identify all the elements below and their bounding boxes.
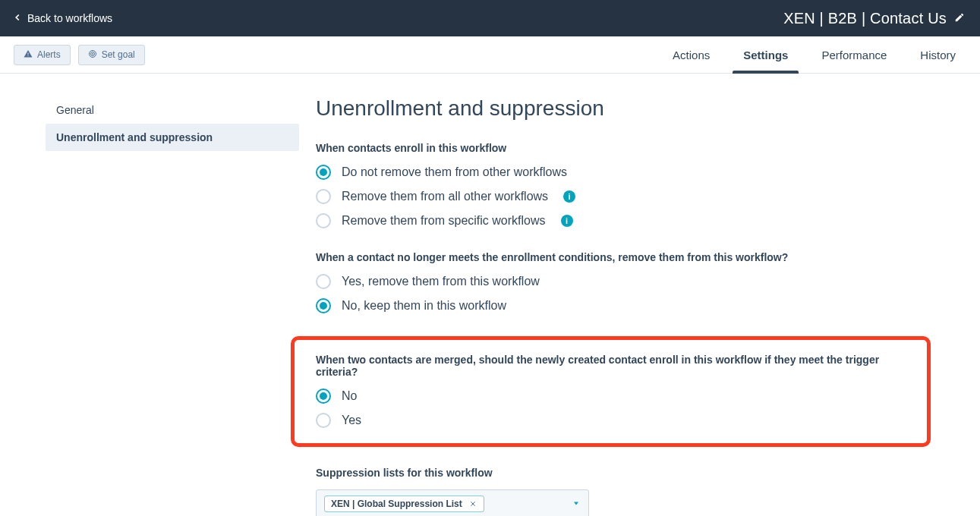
edit-icon[interactable] [954,12,965,25]
title-wrap: XEN | B2B | Contact Us [783,10,965,27]
q1-label: When contacts enroll in this workflow [316,142,923,154]
alerts-button[interactable]: Alerts [14,45,71,65]
q3-opt2[interactable]: Yes [316,413,906,428]
set-goal-label: Set goal [102,49,135,60]
radio-icon [316,298,331,313]
set-goal-button[interactable]: Set goal [78,45,145,65]
info-icon[interactable]: i [561,215,573,227]
alerts-label: Alerts [37,49,61,60]
tab-actions-label: Actions [673,49,710,61]
suppression-select[interactable]: XEN | Global Suppression List [316,489,589,516]
settings-sidebar: General Unenrollment and suppression [0,96,301,516]
radio-icon [316,213,331,228]
radio-icon [316,413,331,428]
sidebar-item-unenrollment[interactable]: Unenrollment and suppression [46,124,299,151]
radio-icon [316,274,331,289]
info-icon[interactable]: i [563,190,575,203]
top-bar: Back to workflows XEN | B2B | Contact Us [0,0,980,36]
sub-toolbar: Alerts Set goal Actions Settings Perform… [0,36,980,74]
q1-opt2-label: Remove them from all other workflows [342,190,548,203]
radio-icon [316,389,331,404]
q2-label: When a contact no longer meets the enrol… [316,251,923,263]
tab-performance-label: Performance [821,49,887,61]
sidebar-item-general[interactable]: General [46,96,299,124]
section-suppression: Suppression lists for this workflow XEN … [316,467,923,516]
main-panel: Unenrollment and suppression When contac… [301,96,969,516]
caret-down-icon [572,498,581,510]
tab-actions[interactable]: Actions [673,36,710,73]
q1-opt1-label: Do not remove them from other workflows [342,165,567,179]
tab-bar: Actions Settings Performance History [673,36,956,73]
back-label: Back to workflows [27,12,112,24]
q2-opt2[interactable]: No, keep them in this workflow [316,298,923,313]
body: General Unenrollment and suppression Une… [0,74,980,516]
workflow-title: XEN | B2B | Contact Us [783,10,947,27]
warning-icon [24,49,33,61]
tab-history[interactable]: History [920,36,956,73]
svg-marker-5 [574,502,578,505]
back-to-workflows-link[interactable]: Back to workflows [12,12,112,25]
left-buttons: Alerts Set goal [14,45,145,65]
target-icon [88,49,97,61]
radio-icon [316,189,331,204]
q1-opt3-label: Remove them from specific workflows [342,214,546,228]
q1-opt2[interactable]: Remove them from all other workflows i [316,189,923,204]
q2-opt1[interactable]: Yes, remove them from this workflow [316,274,923,289]
tab-history-label: History [920,49,956,61]
chip-label: XEN | Global Suppression List [331,499,462,509]
q3-opt1[interactable]: No [316,389,906,404]
highlight-box: When two contacts are merged, should the… [291,336,931,447]
q3-label: When two contacts are merged, should the… [316,354,906,378]
q1-opt3[interactable]: Remove them from specific workflows i [316,213,923,228]
q2-opt2-label: No, keep them in this workflow [342,299,506,313]
q3-opt1-label: No [342,389,357,403]
tab-settings[interactable]: Settings [743,36,788,73]
remove-chip-icon[interactable] [468,499,477,508]
chevron-left-icon [12,12,23,25]
sidebar-unenrollment-label: Unenrollment and suppression [56,131,213,143]
suppression-label: Suppression lists for this workflow [316,467,923,479]
radio-icon [316,165,331,180]
tab-performance[interactable]: Performance [821,36,887,73]
suppression-chip: XEN | Global Suppression List [324,496,484,512]
svg-point-2 [92,53,93,54]
page-title: Unenrollment and suppression [316,96,923,121]
q2-opt1-label: Yes, remove them from this workflow [342,275,540,288]
q1-opt1[interactable]: Do not remove them from other workflows [316,165,923,180]
tab-settings-label: Settings [743,49,788,61]
q3-opt2-label: Yes [342,414,361,427]
section-nolonger: When a contact no longer meets the enrol… [316,251,923,313]
section-enroll: When contacts enroll in this workflow Do… [316,142,923,228]
sidebar-general-label: General [56,104,94,116]
